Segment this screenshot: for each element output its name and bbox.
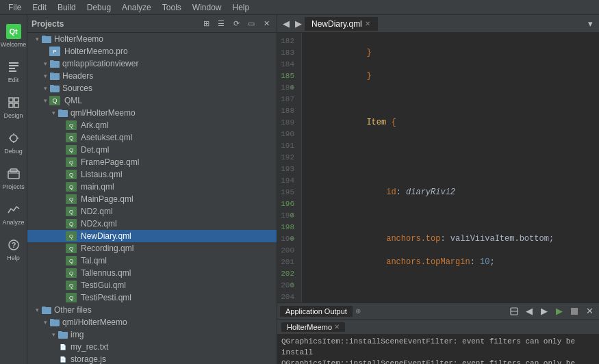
qt-icon: Qt — [6, 24, 21, 39]
menu-debug[interactable]: Debug — [81, 1, 116, 14]
code-content[interactable]: } } Item { id: diaryRivi2 anchors.top: v… — [302, 33, 599, 302]
tree-item-other-qml[interactable]: ▾ qml/HolterMeemo — [27, 316, 277, 328]
editor-dropdown-btn[interactable]: ▾ — [584, 18, 596, 30]
tree-item-mainpage[interactable]: Q MainPage.qml — [27, 193, 277, 205]
sidebar-item-welcome[interactable]: Qt Welcome — [1, 18, 27, 53]
menu-window[interactable]: Window — [187, 1, 227, 14]
tree-item-listaus[interactable]: Q Listaus.qml — [27, 168, 277, 181]
qml-file-icon-framepage: Q — [66, 157, 77, 167]
bottom-tab-appoutput[interactable]: Application Output — [280, 306, 353, 317]
code-editor[interactable]: 182 183 184 185 ⊕ 186 187 188 189 190 19… — [277, 33, 599, 302]
inner-tab-close[interactable]: ✕ — [334, 323, 340, 330]
tree-item-pro[interactable]: P HolterMeemo.pro — [27, 45, 277, 57]
projects-minimize-btn[interactable]: ▭ — [245, 18, 257, 30]
tree-item-other[interactable]: ▾ Other files — [27, 304, 277, 316]
menu-bar: File Edit Build Debug Analyze Tools Wind… — [0, 0, 599, 15]
toggle-qml-folder[interactable]: ▾ — [49, 109, 58, 116]
bottom-next-btn[interactable]: ▶ — [537, 304, 551, 318]
toggle-holtermeemo[interactable]: ▾ — [33, 36, 41, 42]
editor-back-btn[interactable]: ◀ — [280, 18, 292, 30]
tree-item-tallennus[interactable]: Q Tallennus.qml — [27, 267, 277, 279]
qml-file-icon-recording: Q — [66, 244, 77, 253]
toggle-qmlappviewer[interactable]: ▾ — [41, 60, 49, 67]
tree-label-testipesti: TestiPesti.qml — [81, 293, 131, 302]
tree-item-testipesti[interactable]: Q TestiPesti.qml — [27, 291, 277, 304]
tree-label-ark: Ark.qml — [81, 120, 109, 130]
sidebar-item-design[interactable]: Design — [1, 89, 27, 125]
tree-item-nd2[interactable]: Q ND2.qml — [27, 205, 277, 218]
folder-icon-other — [41, 305, 52, 315]
tree-item-main[interactable]: Q main.qml — [27, 181, 277, 193]
menu-build[interactable]: Build — [52, 1, 81, 14]
sidebar-item-projects[interactable]: Projects — [1, 160, 27, 196]
tree-item-ark[interactable]: Q Ark.qml — [27, 119, 277, 131]
bottom-action-1[interactable] — [507, 304, 521, 318]
edit-icon — [6, 60, 21, 75]
editor-tab-newdiary[interactable]: NewDiary.qml ✕ — [305, 17, 378, 31]
tree-item-qmlappviewer[interactable]: ▾ qmlapplicationviewer — [27, 57, 277, 70]
menu-edit[interactable]: Edit — [27, 1, 52, 14]
projects-panel: Projects ⊞ ☰ ⟳ ▭ ✕ ▾ HolterMeemo — [27, 15, 277, 364]
bottom-close-btn[interactable]: ✕ — [583, 304, 596, 318]
editor-forward-btn[interactable]: ▶ — [292, 18, 305, 30]
qml-file-icon-nd2x: Q — [66, 219, 77, 229]
projects-close-btn[interactable]: ✕ — [260, 18, 272, 30]
inner-tab-holtermeemo[interactable]: HolterMeemo ✕ — [281, 322, 345, 332]
menu-file[interactable]: File — [3, 1, 27, 14]
projects-filter-btn[interactable]: ⊞ — [200, 18, 212, 30]
tree-item-asetukset[interactable]: Q Asetukset.qml — [27, 131, 277, 144]
tree-label-qml-root: QML — [64, 96, 82, 105]
sidebar-item-help[interactable]: ? Help — [1, 231, 27, 267]
sidebar-item-edit[interactable]: Edit — [1, 53, 27, 89]
projects-collapse-btn[interactable]: ☰ — [215, 18, 227, 30]
tree-item-img[interactable]: ▾ img — [27, 328, 277, 341]
tree-item-nd2x[interactable]: Q ND2x.qml — [27, 218, 277, 230]
projects-sync-btn[interactable]: ⟳ — [230, 18, 242, 30]
code-line-188: id: diaryRivi2 — [307, 187, 594, 198]
bottom-stop-btn[interactable] — [568, 304, 581, 318]
tree-item-testigui[interactable]: Q TestiGui.qml — [27, 279, 277, 291]
toggle-other[interactable]: ▾ — [33, 307, 41, 313]
tree-item-myrec[interactable]: 📄 my_rec.txt — [27, 341, 277, 353]
ln-193: 193 — [277, 164, 298, 175]
tree-item-headers[interactable]: ▾ Headers — [27, 70, 277, 82]
toggle-other-qml[interactable]: ▾ — [41, 319, 49, 326]
tree-item-recording[interactable]: Q Recording.qml — [27, 242, 277, 255]
toggle-sources[interactable]: ▾ — [41, 85, 49, 92]
sidebar-label-debug: Debug — [4, 148, 23, 155]
toggle-headers[interactable]: ▾ — [41, 73, 49, 79]
tree-item-qml-root[interactable]: ▾ Q QML — [27, 94, 277, 107]
sidebar-label-help: Help — [7, 255, 20, 261]
tree-item-qml-folder[interactable]: ▾ qml/HolterMeemo — [27, 107, 277, 119]
qml-file-icon-nd2: Q — [66, 207, 77, 216]
tree-item-newdiary[interactable]: Q NewDiary.qml — [27, 230, 277, 242]
menu-help[interactable]: Help — [227, 1, 255, 14]
sidebar-icons: Qt Welcome Edit Design Debug — [0, 15, 27, 364]
tree-item-storage[interactable]: 📄 storage.js — [27, 353, 277, 364]
svg-rect-14 — [10, 169, 17, 172]
toggle-qml-root[interactable]: ▾ — [41, 97, 49, 104]
tree-item-framepage[interactable]: Q FramePage.qml — [27, 156, 277, 168]
tree-label-framepage: FramePage.qml — [81, 157, 139, 167]
qml-file-icon-tallennus: Q — [66, 268, 77, 278]
menu-analyze[interactable]: Analyze — [116, 1, 157, 14]
tree-item-holtermeemo[interactable]: ▾ HolterMeemo — [27, 33, 277, 45]
sidebar-label-design: Design — [3, 112, 23, 119]
tree-item-sources[interactable]: ▾ Sources — [27, 82, 277, 94]
output-line-1: QGraphicsItem::installSceneEventFilter: … — [281, 336, 595, 358]
folder-icon-other-qml — [49, 317, 60, 327]
tree-item-tal[interactable]: Q Tal.qml — [27, 255, 277, 267]
bottom-prev-btn[interactable]: ◀ — [522, 304, 536, 318]
ln-190: 190 — [277, 129, 298, 140]
projects-icon — [6, 166, 21, 181]
tree-item-det[interactable]: Q Det.qml — [27, 144, 277, 156]
bottom-run-btn[interactable]: ▶ — [552, 304, 566, 318]
ln-189: 189 — [277, 117, 298, 129]
sidebar-item-analyze[interactable]: Analyze — [1, 196, 27, 231]
editor-tab-close[interactable]: ✕ — [365, 20, 370, 27]
sidebar-item-debug[interactable]: Debug — [1, 125, 27, 160]
toggle-img[interactable]: ▾ — [49, 331, 58, 338]
code-line-189 — [307, 210, 594, 222]
analyze-icon — [6, 202, 21, 217]
menu-tools[interactable]: Tools — [157, 1, 187, 14]
